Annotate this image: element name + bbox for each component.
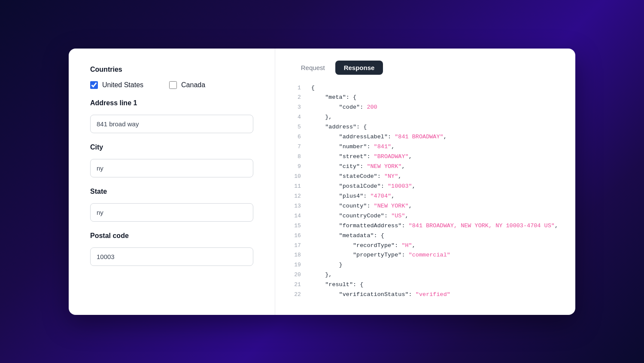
code-value: "BROADWAY" <box>374 153 409 160</box>
countries-row: United States Canada <box>90 81 253 89</box>
code-value: "NY" <box>384 173 398 180</box>
state-section: State <box>90 188 253 222</box>
code-text: "meta": { <box>311 93 356 103</box>
postal-code-section: Postal code <box>90 232 253 266</box>
code-text: "countryCode": "US", <box>311 211 409 221</box>
line-number: 5 <box>292 122 301 132</box>
code-text: "formattedAddress": "841 BROADWAY, NEW Y… <box>311 221 558 231</box>
code-text: "street": "BROADWAY", <box>311 152 412 162</box>
code-text: "county": "NEW YORK", <box>311 201 412 211</box>
code-text: } <box>311 260 343 270</box>
line-number: 7 <box>292 142 301 152</box>
united-states-label: United States <box>102 81 143 89</box>
code-value: 200 <box>367 104 377 110</box>
line-number: 4 <box>292 113 301 122</box>
line-number: 9 <box>292 162 301 172</box>
tabs-row: Request Response <box>292 61 558 75</box>
code-text: "number": "841", <box>311 142 395 152</box>
united-states-checkbox-label[interactable]: United States <box>90 81 143 89</box>
code-text: "result": { <box>311 280 364 290</box>
code-value: "4704" <box>371 193 392 199</box>
code-text: "stateCode": "NY", <box>311 172 402 182</box>
postal-code-label: Postal code <box>90 232 253 240</box>
code-line: 7 "number": "841", <box>292 142 558 152</box>
line-number: 2 <box>292 93 301 103</box>
line-number: 15 <box>292 221 301 231</box>
code-line: 17 "recordType": "H", <box>292 241 558 251</box>
line-number: 12 <box>292 192 301 201</box>
code-text: }, <box>311 270 332 280</box>
code-text: "code": 200 <box>311 103 377 113</box>
code-text: "verificationStatus": "verified" <box>311 290 450 300</box>
countries-section: Countries United States Canada <box>90 66 253 89</box>
code-block: 1{2 "meta": {3 "code": 2004 },5 "address… <box>292 83 558 303</box>
code-line: 11 "postalCode": "10003", <box>292 182 558 192</box>
code-line: 6 "addressLabel": "841 BROADWAY", <box>292 132 558 142</box>
code-value: "841 BROADWAY" <box>395 134 443 140</box>
request-tab[interactable]: Request <box>292 61 334 75</box>
code-text: { <box>311 83 315 93</box>
address-line1-section: Address line 1 <box>90 99 253 133</box>
line-number: 19 <box>292 260 301 270</box>
code-line: 16 "metadata": { <box>292 231 558 241</box>
code-text: "postalCode": "10003", <box>311 182 416 192</box>
code-text: "address": { <box>311 122 367 132</box>
code-line: 4 }, <box>292 113 558 122</box>
line-number: 18 <box>292 250 301 260</box>
address-line1-input[interactable] <box>90 115 253 133</box>
code-line: 2 "meta": { <box>292 93 558 103</box>
line-number: 13 <box>292 201 301 211</box>
code-value: "10003" <box>388 183 412 189</box>
code-line: 14 "countryCode": "US", <box>292 211 558 221</box>
code-line: 9 "city": "NEW YORK", <box>292 162 558 172</box>
code-value: "841" <box>374 143 392 150</box>
line-number: 17 <box>292 241 301 251</box>
code-line: 21 "result": { <box>292 280 558 290</box>
left-panel: Countries United States Canada Address l… <box>69 49 275 315</box>
united-states-checkbox[interactable] <box>90 81 98 89</box>
code-line: 10 "stateCode": "NY", <box>292 172 558 182</box>
code-line: 8 "street": "BROADWAY", <box>292 152 558 162</box>
code-text: "plus4": "4704", <box>311 192 395 201</box>
line-number: 10 <box>292 172 301 182</box>
city-section: City <box>90 143 253 177</box>
city-label: City <box>90 143 253 151</box>
response-tab[interactable]: Response <box>335 61 383 75</box>
code-text: "addressLabel": "841 BROADWAY", <box>311 132 447 142</box>
code-value: "NEW YORK" <box>374 203 409 209</box>
canada-label: Canada <box>181 81 205 89</box>
line-number: 3 <box>292 103 301 113</box>
code-value: "H" <box>401 242 412 249</box>
code-line: 3 "code": 200 <box>292 103 558 113</box>
code-line: 12 "plus4": "4704", <box>292 192 558 201</box>
main-card: Countries United States Canada Address l… <box>69 49 575 315</box>
line-number: 8 <box>292 152 301 162</box>
code-line: 22 "verificationStatus": "verified" <box>292 290 558 300</box>
line-number: 14 <box>292 211 301 221</box>
city-input[interactable] <box>90 159 253 177</box>
canada-checkbox[interactable] <box>169 81 177 89</box>
code-text: }, <box>311 113 332 122</box>
line-number: 11 <box>292 182 301 192</box>
code-value: "commercial" <box>409 252 450 258</box>
code-value: "verified" <box>416 291 450 298</box>
code-value: "841 BROADWAY, NEW YORK, NY 10003-4704 U… <box>409 223 555 229</box>
code-line: 13 "county": "NEW YORK", <box>292 201 558 211</box>
code-value: "NEW YORK" <box>367 163 401 170</box>
code-line: 1{ <box>292 83 558 93</box>
postal-code-input[interactable] <box>90 247 253 266</box>
address-line1-label: Address line 1 <box>90 99 253 107</box>
code-text: "recordType": "H", <box>311 241 416 251</box>
code-value: "US" <box>391 213 405 219</box>
line-number: 16 <box>292 231 301 241</box>
code-text: "propertyType": "commercial" <box>311 250 450 260</box>
state-label: State <box>90 188 253 195</box>
line-number: 1 <box>292 83 301 93</box>
state-input[interactable] <box>90 203 253 222</box>
line-number: 6 <box>292 132 301 142</box>
canada-checkbox-label[interactable]: Canada <box>169 81 205 89</box>
countries-label: Countries <box>90 66 253 73</box>
code-line: 20 }, <box>292 270 558 280</box>
line-number: 20 <box>292 270 301 280</box>
code-line: 15 "formattedAddress": "841 BROADWAY, NE… <box>292 221 558 231</box>
